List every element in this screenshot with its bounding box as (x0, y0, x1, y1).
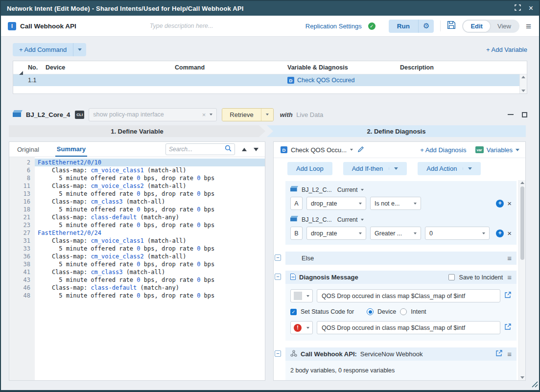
search-input[interactable] (169, 146, 225, 153)
tab-original[interactable]: Original (16, 142, 41, 156)
code-line[interactable]: 11 Class-map: cm_voice_class2 (match-all… (9, 182, 265, 190)
table-row[interactable]: 1.1 D Check QOS Occured (13, 74, 527, 86)
device-scope-select[interactable]: Current (337, 186, 364, 193)
search-box[interactable] (165, 143, 235, 155)
menu-icon[interactable]: ≡ (507, 254, 512, 262)
find-previous-icon[interactable] (242, 148, 247, 151)
code-line[interactable]: 31 Class-map: cm_voice_class1 (match-all… (9, 237, 265, 245)
highlight-color-select[interactable] (290, 289, 313, 302)
minimize-icon[interactable] (508, 114, 514, 115)
external-link-icon[interactable] (504, 323, 512, 332)
add-if-then-button[interactable]: Add If-then (343, 162, 407, 175)
remove-condition-icon[interactable]: × (507, 200, 512, 207)
code-line[interactable]: 41 Class-map: cm_class3 (match-all) (9, 268, 265, 276)
code-line[interactable]: 13 5 minute offered rate 0 bps, drop rat… (9, 190, 265, 198)
external-link-icon[interactable] (504, 291, 512, 300)
collapse-icon[interactable]: − (275, 350, 281, 357)
scroll-down-icon[interactable] (520, 376, 524, 379)
code-line[interactable]: 16 Class-map: cm_class3 (match-all) (9, 198, 265, 206)
code-line[interactable]: 8 5 minute offered rate 0 bps, drop rate… (9, 174, 265, 182)
menu-icon[interactable]: ≡ (507, 274, 512, 281)
code-text: Class-map: cm_voice_class1 (match-all) (35, 237, 265, 245)
maximize-icon[interactable] (522, 112, 527, 117)
code-line[interactable]: 48 5 minute offered rate 0 bps, drop rat… (9, 292, 265, 300)
collapse-icon[interactable]: − (275, 254, 281, 261)
retrieve-dropdown[interactable] (261, 109, 273, 121)
add-loop-button[interactable]: Add Loop (287, 162, 332, 175)
operator-select[interactable]: Greater ... (370, 227, 421, 240)
value-select[interactable]: 0 (425, 227, 490, 240)
device-scope-select[interactable]: Current (337, 216, 364, 223)
code-line[interactable]: 27FastEthernet2/0/24 (9, 229, 265, 237)
edit-toggle[interactable]: Edit (463, 21, 490, 32)
operator-select[interactable]: Is not e... (370, 197, 421, 210)
search-icon[interactable] (225, 145, 232, 154)
add-if-then-dropdown[interactable] (389, 167, 398, 170)
restore-icon[interactable] (515, 4, 521, 13)
table-scrollbar[interactable] (519, 74, 527, 93)
find-next-icon[interactable] (254, 148, 258, 151)
chevron-down-icon[interactable] (350, 149, 353, 151)
code-text: 5 minute offered rate 0 bps, drop rate 0… (35, 260, 265, 268)
add-command-button[interactable]: + Add Command (13, 43, 86, 56)
variables-button[interactable]: var Variables (475, 146, 520, 154)
scrollbar-thumb[interactable] (520, 186, 524, 260)
menu-icon[interactable]: ≡ (526, 22, 531, 31)
code-line[interactable]: 36 Class-map: cm_voice_class2 (match-all… (9, 253, 265, 260)
add-variable-link[interactable]: + Add Variable (486, 46, 527, 53)
variable-select[interactable]: drop_rate (306, 227, 366, 240)
code-line[interactable]: 2FastEthernet2/0/10 (9, 159, 265, 166)
tab-summary[interactable]: Summary (55, 142, 87, 157)
replication-settings-link[interactable]: Replication Settings (305, 23, 362, 30)
code-area[interactable]: 2FastEthernet2/0/106 Class-map: cm_voice… (9, 157, 265, 380)
collapse-icon[interactable]: − (275, 274, 281, 280)
scroll-up-icon[interactable] (520, 182, 524, 184)
var-badge-icon: var (475, 146, 484, 153)
external-link-icon[interactable] (495, 349, 503, 359)
code-line[interactable]: 43 5 minute offered rate 0 bps, drop rat… (9, 276, 265, 284)
view-toggle[interactable]: View (490, 21, 518, 32)
save-to-incident-checkbox[interactable] (448, 274, 455, 280)
description-input[interactable] (150, 23, 272, 29)
code-line[interactable]: 23 5 minute offered rate 0 bps, drop rat… (9, 221, 265, 229)
code-text: Class-map: cm_voice_class2 (match-all) (35, 182, 265, 190)
diagnosis-link[interactable]: Check QOS Occured (297, 77, 354, 84)
resize-grip[interactable] (532, 381, 538, 390)
severity-select[interactable]: ! (290, 321, 313, 334)
clear-icon[interactable]: × (202, 111, 206, 118)
retrieve-button[interactable]: Retrieve (222, 109, 260, 121)
diagnosis-select[interactable]: Check QOS Occu... (291, 146, 347, 154)
menu-icon[interactable]: ≡ (507, 350, 512, 358)
add-diagnosis-link[interactable]: + Add Diagnosis (420, 146, 466, 154)
radio-device[interactable] (367, 308, 374, 315)
intent-header: I Call Webhook API Replication Settings … (1, 16, 539, 37)
edit-diagnosis-icon[interactable] (358, 145, 364, 154)
chevron-down-icon[interactable] (210, 114, 212, 115)
run-settings-gear-icon[interactable]: ⚙ (418, 20, 434, 33)
code-line[interactable]: 21 Class-map: class-default (match-any) (9, 213, 265, 221)
set-status-code-checkbox[interactable]: ✓ (290, 309, 297, 315)
sort-header[interactable] (13, 61, 26, 74)
add-command-dropdown[interactable] (73, 43, 86, 56)
scroll-down-icon[interactable] (521, 90, 525, 92)
diagnosis-message-input[interactable]: QOS Drop occured in class map $Class_map… (317, 289, 500, 302)
command-select[interactable]: show policy-map interface × (89, 108, 217, 121)
code-line[interactable]: 38 5 minute offered rate 0 bps, drop rat… (9, 260, 265, 268)
code-line[interactable]: 18 5 minute offered rate 0 bps, drop rat… (9, 206, 265, 213)
scroll-up-icon[interactable] (521, 76, 525, 78)
variable-select[interactable]: drop_rate (306, 197, 366, 210)
run-button[interactable]: Run (389, 20, 418, 33)
code-line[interactable]: 46 Class-map: class-default (match-any) (9, 284, 265, 292)
save-icon[interactable] (447, 21, 456, 31)
add-condition-icon[interactable]: + (496, 200, 504, 208)
add-action-button[interactable]: Add Action (418, 162, 481, 175)
radio-intent[interactable] (400, 308, 407, 315)
diagnosis-scrollbar[interactable] (518, 180, 525, 380)
status-message-input[interactable]: QOS Drop occured in class map $Class_map… (317, 321, 500, 334)
add-action-dropdown[interactable] (463, 167, 472, 170)
close-icon[interactable]: × (529, 4, 533, 12)
add-condition-icon[interactable]: + (496, 230, 504, 237)
code-line[interactable]: 6 Class-map: cm_voice_class1 (match-all) (9, 166, 265, 174)
code-line[interactable]: 33 5 minute offered rate 0 bps, drop rat… (9, 245, 265, 253)
remove-condition-icon[interactable]: × (507, 230, 512, 237)
